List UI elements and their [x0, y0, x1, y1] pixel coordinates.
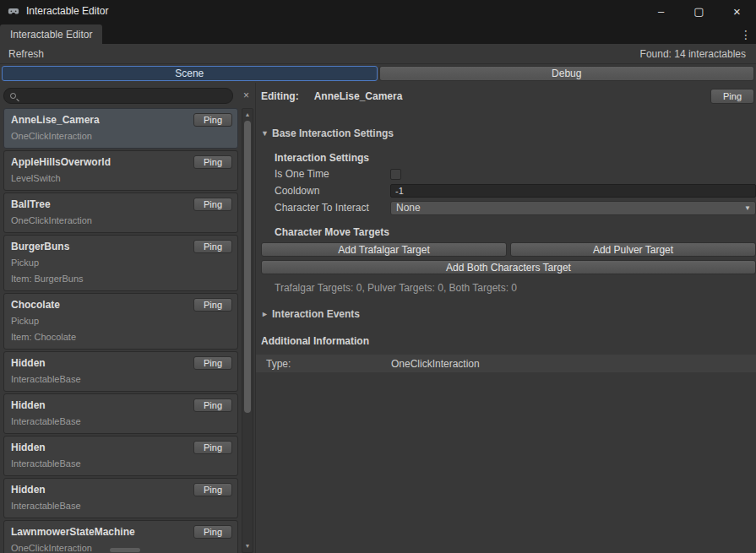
- ping-button[interactable]: Ping: [193, 441, 232, 454]
- cooldown-input[interactable]: [390, 184, 756, 198]
- toolbar: Refresh Found: 14 interactables: [0, 44, 756, 64]
- ping-button[interactable]: Ping: [193, 240, 232, 253]
- window-title: Interactable Editor: [26, 5, 108, 17]
- foldout-collapsed-icon: ►: [261, 310, 272, 318]
- editing-row: Editing: AnneLise_Camera Ping: [261, 88, 756, 105]
- dropdown-value: None: [396, 202, 421, 214]
- is-one-time-row: Is One Time: [261, 165, 756, 182]
- found-count: Found: 14 interactables: [640, 48, 749, 60]
- ping-button[interactable]: Ping: [193, 356, 232, 370]
- horizontal-scrollbar-thumb[interactable]: [110, 548, 140, 552]
- ping-button[interactable]: Ping: [710, 89, 754, 104]
- character-to-interact-label: Character To Interact: [275, 202, 390, 214]
- character-to-interact-row: Character To Interact None ▼: [261, 199, 756, 216]
- scroll-up-icon[interactable]: ▲: [242, 110, 253, 120]
- item-name: BallTree: [11, 198, 193, 210]
- list-item[interactable]: HiddenPingInteractableBase: [3, 436, 238, 476]
- app-icon: [8, 5, 19, 17]
- type-label: Type:: [266, 358, 391, 370]
- ping-button[interactable]: Ping: [193, 483, 232, 496]
- editing-value: AnneLise_Camera: [314, 90, 403, 102]
- tab-scene[interactable]: Scene: [2, 66, 378, 81]
- refresh-button[interactable]: Refresh: [7, 46, 52, 62]
- item-subtitle: OneClickInteraction: [11, 127, 232, 144]
- ping-button[interactable]: Ping: [193, 155, 232, 169]
- list-item[interactable]: BurgerBunsPingPickupItem: BurgerBuns: [3, 235, 238, 291]
- scroll-down-icon[interactable]: ▼: [242, 541, 253, 551]
- window: Interactable Editor – ▢ × Interactable E…: [0, 0, 756, 553]
- character-to-interact-dropdown[interactable]: None ▼: [390, 201, 756, 215]
- item-subtitle: InteractableBase: [11, 455, 232, 471]
- maximize-button[interactable]: ▢: [680, 0, 718, 22]
- list-item[interactable]: BallTreePingOneClickInteraction: [3, 192, 238, 233]
- item-subtitle: LevelSwitch: [11, 170, 232, 186]
- titlebar: Interactable Editor – ▢ ×: [0, 0, 756, 22]
- chevron-down-icon: ▼: [744, 204, 751, 212]
- editor-tabstrip: Interactable Editor ⋮: [0, 22, 756, 44]
- kebab-menu-icon[interactable]: ⋮: [736, 28, 756, 44]
- ping-button[interactable]: Ping: [193, 198, 232, 211]
- item-subtitle: Pickup: [11, 312, 232, 328]
- targets-summary: Trafalgar Targets: 0, Pulver Targets: 0,…: [261, 282, 756, 294]
- vertical-scrollbar-thumb[interactable]: [244, 121, 251, 413]
- item-subtitle: InteractableBase: [11, 497, 232, 513]
- item-name: Chocolate: [11, 299, 193, 311]
- add-pulver-target-button[interactable]: Add Pulver Target: [510, 242, 756, 257]
- ping-button[interactable]: Ping: [193, 113, 232, 127]
- ping-button[interactable]: Ping: [193, 525, 232, 539]
- clear-search-button[interactable]: ×: [240, 89, 253, 102]
- item-subtitle: InteractableBase: [11, 413, 232, 429]
- tab-interactable-editor[interactable]: Interactable Editor: [0, 24, 102, 44]
- vertical-scrollbar[interactable]: ▲ ▼: [242, 108, 253, 553]
- item-subtitle: OneClickInteraction: [11, 212, 232, 228]
- interaction-events-foldout[interactable]: ► Interaction Events: [261, 307, 360, 321]
- list-item[interactable]: AppleHillsOverworldPingLevelSwitch: [3, 150, 238, 191]
- cooldown-row: Cooldown: [261, 182, 756, 199]
- list-item[interactable]: HiddenPingInteractableBase: [3, 478, 238, 518]
- content: × AnneLise_CameraPingOneClickInteraction…: [0, 83, 756, 553]
- additional-information-header: Additional Information: [261, 333, 756, 349]
- foldout-open-icon: ▼: [261, 129, 272, 138]
- list-item[interactable]: ChocolatePingPickupItem: Chocolate: [3, 293, 238, 350]
- cooldown-label: Cooldown: [275, 185, 390, 197]
- ping-button[interactable]: Ping: [193, 298, 232, 312]
- item-name: LawnmowerStateMachine: [11, 526, 193, 538]
- item-subtitle: InteractableBase: [11, 371, 232, 387]
- list-item[interactable]: HiddenPingInteractableBase: [3, 393, 238, 434]
- list-item[interactable]: AnneLise_CameraPingOneClickInteraction: [3, 108, 238, 149]
- scene-list-panel: × AnneLise_CameraPingOneClickInteraction…: [0, 83, 255, 553]
- item-name: BurgerBuns: [11, 241, 193, 252]
- minimize-button[interactable]: –: [642, 0, 680, 22]
- tab-debug[interactable]: Debug: [379, 66, 755, 81]
- type-value: OneClickInteraction: [391, 358, 480, 370]
- type-row: Type: OneClickInteraction: [256, 355, 756, 372]
- is-one-time-checkbox[interactable]: [390, 169, 401, 180]
- ping-button[interactable]: Ping: [193, 398, 232, 412]
- item-subtitle: Item: Chocolate: [11, 328, 232, 344]
- add-both-characters-target-button[interactable]: Add Both Characters Target: [261, 260, 756, 274]
- search-input[interactable]: [20, 91, 226, 101]
- item-subtitle: Item: BurgerBuns: [11, 270, 232, 286]
- item-name: AppleHillsOverworld: [11, 156, 193, 168]
- window-controls: – ▢ ×: [642, 0, 756, 22]
- search-field: [3, 88, 233, 104]
- inspector-panel: Editing: AnneLise_Camera Ping ▼ Base Int…: [255, 83, 756, 553]
- item-name: Hidden: [11, 357, 193, 369]
- item-name: AnneLise_Camera: [11, 114, 193, 126]
- base-interaction-settings-foldout[interactable]: ▼ Base Interaction Settings: [261, 127, 394, 140]
- add-trafalgar-target-button[interactable]: Add Trafalgar Target: [261, 242, 507, 257]
- item-name: Hidden: [11, 442, 193, 453]
- add-target-buttons: Add Trafalgar Target Add Pulver Target: [261, 242, 756, 257]
- mode-tabs: Scene Debug: [0, 64, 756, 83]
- search-icon: [10, 93, 16, 99]
- close-button[interactable]: ×: [718, 0, 756, 22]
- item-name: Hidden: [11, 399, 193, 411]
- item-name: Hidden: [11, 484, 193, 496]
- character-move-targets-header: Character Move Targets: [261, 225, 756, 240]
- is-one-time-label: Is One Time: [275, 168, 390, 180]
- editing-label: Editing:: [261, 90, 299, 102]
- item-subtitle: Pickup: [11, 254, 232, 270]
- list-item[interactable]: HiddenPingInteractableBase: [3, 351, 238, 392]
- interactable-list: AnneLise_CameraPingOneClickInteractionAp…: [3, 108, 238, 553]
- interaction-settings-header: Interaction Settings: [261, 150, 756, 165]
